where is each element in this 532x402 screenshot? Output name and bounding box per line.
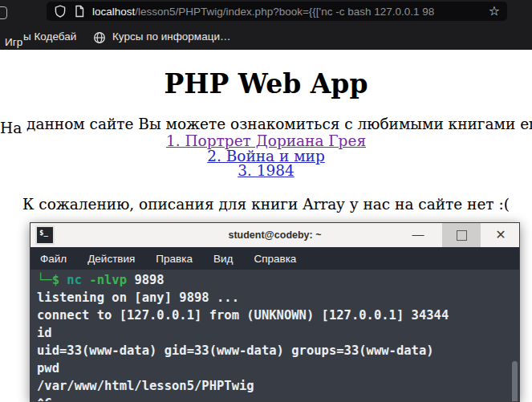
terminal-output-line: pwd [37, 359, 508, 377]
book-links: 1. Портрет Дориана Грея 2. Война и мир 3… [0, 134, 532, 179]
book-link-1[interactable]: 1. Портрет Дориана Грея [0, 134, 532, 149]
globe-icon [93, 31, 106, 44]
terminal-scrollbar[interactable] [512, 361, 518, 401]
intro-lead-word: На [0, 120, 22, 136]
url-host: localhost [92, 6, 135, 18]
command-arg: 9898 [134, 273, 164, 287]
intro-rest: данном сайте Вы можете ознакомиться с лю… [22, 116, 532, 132]
terminal-output-line: uid=33(www-data) gid=33(www-data) groups… [37, 342, 508, 359]
terminal-body[interactable]: └─$ nc -nlvp 9898 listening on [any] 989… [30, 270, 519, 401]
terminal-menubar: Файл Действия Правка Вид Справка [30, 247, 519, 270]
screenshot-stage: localhost/lesson5/PHPTwig/index.php?book… [0, 0, 532, 402]
terminal-output-line: /var/www/html/lesson5/PHPTwig [37, 377, 508, 395]
bookmark-item-courses[interactable]: Курсы по информаци… [112, 30, 230, 43]
maximize-button[interactable] [442, 223, 481, 247]
minimize-button[interactable]: — [407, 223, 429, 247]
terminal-output-line: id [37, 324, 508, 342]
bookmark-item-codeby[interactable]: ы Кодебай [23, 30, 76, 43]
terminal-window: $_ student@codeby: ~ — ✕ Файл Действия П… [30, 222, 520, 402]
command-flags: -nlvp [89, 273, 127, 287]
menu-help[interactable]: Справка [254, 253, 296, 265]
bookmarks-bar [0, 22, 532, 50]
terminal-output-line: ^C [37, 395, 508, 401]
prompt-symbol: └─$ [37, 273, 59, 287]
partial-toolbar-icon [0, 6, 7, 19]
menu-view[interactable]: Вид [213, 253, 233, 265]
close-button[interactable]: ✕ [489, 223, 513, 247]
command-name: nc [67, 273, 82, 287]
page-info-icon[interactable] [74, 5, 85, 18]
url-bar[interactable]: localhost/lesson5/PHPTwig/index.php?book… [47, 2, 507, 21]
terminal-output-line: listening on [any] 9898 ... [37, 289, 508, 307]
terminal-output-line: connect to [127.0.0.1] from (UNKNOWN) [1… [37, 307, 508, 324]
bookmark-star-icon[interactable]: ☆ [489, 5, 500, 18]
maximize-icon [457, 230, 467, 241]
menu-edit[interactable]: Правка [156, 253, 193, 265]
bookmark-item-partial[interactable]: Игр [5, 36, 22, 48]
terminal-prompt-line: └─$ nc -nlvp 9898 [37, 271, 508, 289]
book-error-message: К сожалению, описания для книги Array у … [0, 196, 532, 213]
address-text[interactable]: localhost/lesson5/PHPTwig/index.php?book… [92, 6, 481, 18]
intro-text: На данном сайте Вы можете ознакомиться с… [0, 116, 532, 132]
shield-icon[interactable] [54, 5, 67, 18]
menu-file[interactable]: Файл [40, 253, 67, 265]
browser-toolbar: localhost/lesson5/PHPTwig/index.php?book… [0, 0, 532, 22]
book-link-3[interactable]: 3. 1984 [0, 164, 532, 179]
terminal-titlebar[interactable]: $_ student@codeby: ~ — ✕ [30, 223, 519, 247]
url-path: /lesson5/PHPTwig/index.php?book={{['nc -… [135, 6, 434, 18]
page-title: PHP Web App [0, 68, 532, 99]
menu-actions[interactable]: Действия [87, 253, 135, 265]
